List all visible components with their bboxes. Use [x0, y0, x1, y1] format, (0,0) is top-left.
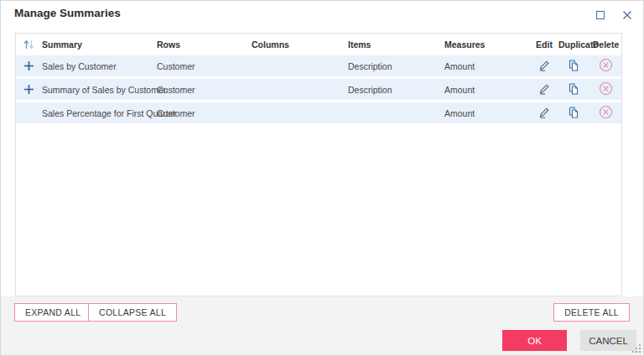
- rows-cell: Customer: [157, 61, 252, 71]
- circle-x-icon: [599, 105, 613, 119]
- column-header-delete: Delete: [589, 39, 622, 50]
- copy-icon: [567, 82, 580, 96]
- delete-all-button[interactable]: DELETE ALL: [553, 303, 630, 322]
- measures-cell: Amount: [444, 61, 530, 71]
- delete-button[interactable]: [589, 58, 622, 72]
- duplicate-button[interactable]: [558, 106, 589, 119]
- column-header-items[interactable]: Items: [348, 39, 444, 50]
- ok-button[interactable]: OK: [502, 330, 567, 351]
- expand-row-button[interactable]: [16, 60, 42, 71]
- items-cell: Description: [348, 85, 444, 95]
- column-header-columns[interactable]: Columns: [252, 39, 348, 50]
- resize-grip[interactable]: [631, 343, 641, 353]
- column-header-measures[interactable]: Measures: [444, 39, 530, 50]
- copy-icon: [567, 59, 580, 72]
- expand-row-button[interactable]: [16, 84, 42, 95]
- table-row: Sales by Customer Customer Description A…: [16, 55, 621, 76]
- copy-icon: [567, 106, 580, 119]
- close-button[interactable]: [620, 8, 635, 23]
- summary-cell: Sales by Customer: [42, 61, 157, 71]
- duplicate-button[interactable]: [558, 59, 589, 72]
- duplicate-button[interactable]: [558, 82, 589, 96]
- pencil-icon: [538, 59, 551, 72]
- summary-cell: Sales Percentage for First Quarter: [42, 108, 157, 118]
- dialog-title: Manage Summaries: [14, 7, 121, 19]
- table-row: Summary of Sales by Customer Customer De…: [16, 79, 621, 100]
- measures-cell: Amount: [444, 85, 530, 95]
- rows-cell: Customer: [157, 85, 252, 95]
- column-header-duplicate: Duplicate: [558, 39, 589, 50]
- circle-x-icon: [599, 58, 613, 72]
- column-header-summary[interactable]: Summary: [42, 39, 157, 50]
- edit-button[interactable]: [530, 82, 558, 96]
- sort-button[interactable]: [16, 39, 42, 50]
- pencil-icon: [538, 82, 551, 96]
- window-controls: [593, 8, 635, 23]
- table-header-row: Summary Rows Columns Items Measures Edit…: [16, 34, 621, 55]
- expand-all-button[interactable]: EXPAND ALL: [14, 303, 91, 322]
- pencil-icon: [538, 106, 551, 119]
- measures-cell: Amount: [444, 108, 530, 118]
- close-icon: [622, 10, 632, 20]
- column-header-rows[interactable]: Rows: [157, 39, 252, 50]
- rows-cell: Customer: [157, 108, 252, 118]
- column-header-edit: Edit: [530, 39, 558, 50]
- cancel-button[interactable]: CANCEL: [580, 330, 636, 351]
- collapse-all-button[interactable]: COLLAPSE ALL: [88, 303, 177, 322]
- plus-icon: [23, 84, 34, 95]
- summaries-table: Summary Rows Columns Items Measures Edit…: [15, 33, 622, 296]
- maximize-icon: [595, 10, 605, 20]
- sort-icon: [23, 39, 35, 50]
- summary-cell: Summary of Sales by Customer: [42, 85, 157, 95]
- circle-x-icon: [599, 81, 613, 96]
- manage-summaries-dialog: Manage Summaries Summary Rows Columns: [1, 1, 643, 355]
- items-cell: Description: [348, 61, 444, 71]
- edit-button[interactable]: [530, 59, 558, 72]
- delete-button[interactable]: [589, 81, 622, 96]
- dialog-footer: EXPAND ALL COLLAPSE ALL DELETE ALL OK CA…: [1, 296, 643, 355]
- edit-button[interactable]: [530, 106, 558, 119]
- table-row: Sales Percentage for First Quarter Custo…: [16, 102, 621, 123]
- maximize-button[interactable]: [593, 8, 608, 23]
- delete-button[interactable]: [589, 105, 622, 119]
- plus-icon: [23, 60, 34, 71]
